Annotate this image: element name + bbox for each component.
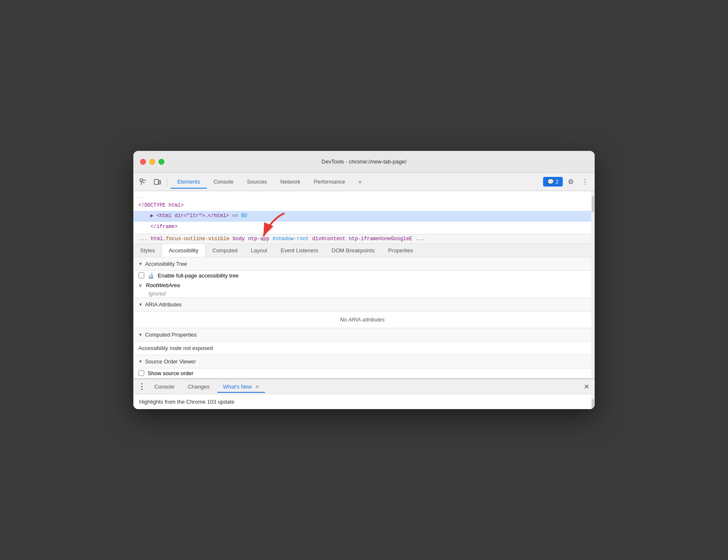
html-tag: ▶ <html dir="ltr">…</html> xyxy=(151,213,229,219)
drawer-tab-changes[interactable]: Changes xyxy=(182,381,216,392)
settings-icon: ⚙ xyxy=(568,178,574,186)
breadcrumb-item-ntp-app[interactable]: ntp-app xyxy=(248,236,269,242)
whats-new-label: What's New xyxy=(223,384,252,390)
feedback-button[interactable]: 💬 2 xyxy=(543,177,563,187)
toolbar-tabs: Elements Console Sources Network Perform… xyxy=(171,175,541,188)
computed-properties-content: Accessibility node not exposed xyxy=(133,342,591,355)
dom-dots: ... xyxy=(133,193,591,200)
window-title: DevTools - chrome://new-tab-page/ xyxy=(322,158,406,165)
drawer-content: Highlights from the Chrome 103 update xyxy=(133,394,591,409)
enable-full-page-checkbox[interactable] xyxy=(138,272,144,278)
breadcrumb-more[interactable]: ... xyxy=(416,236,425,242)
main-scrollbar[interactable] xyxy=(591,191,595,379)
enable-full-page-checkbox-row: 🔬 Enable full-page accessibility tree xyxy=(133,271,591,280)
svg-rect-5 xyxy=(159,181,161,184)
settings-button[interactable]: ⚙ xyxy=(564,176,577,188)
whats-new-content: Highlights from the Chrome 103 update xyxy=(139,399,234,405)
drawer-close-icon: ✕ xyxy=(584,383,589,391)
show-source-order-row: Show source order xyxy=(133,368,591,378)
minimize-button[interactable] xyxy=(149,159,155,165)
sub-tab-event-listeners[interactable]: Event Listeners xyxy=(274,244,325,257)
sub-tab-dom-breakpoints[interactable]: DOM Breakpoints xyxy=(325,244,382,257)
dom-area: ... <!DOCTYPE html> ▶ <html dir="ltr">…<… xyxy=(133,191,591,234)
drawer-menu-button[interactable]: ⋮ xyxy=(137,381,147,391)
dom-inspector-area: ... <!DOCTYPE html> ▶ <html dir="ltr">…<… xyxy=(133,191,595,379)
tab-elements[interactable]: Elements xyxy=(171,175,207,188)
toolbar-divider xyxy=(167,177,167,187)
breadcrumb-item-body[interactable]: body xyxy=(233,236,245,242)
maximize-button[interactable] xyxy=(159,159,164,165)
close-button[interactable] xyxy=(140,159,146,165)
tab-performance[interactable]: Performance xyxy=(307,175,351,188)
sub-tab-accessibility[interactable]: Accessibility xyxy=(161,244,205,257)
tab-network[interactable]: Network xyxy=(274,175,307,188)
source-order-label: Source Order Viewer xyxy=(145,358,196,365)
tab-sources[interactable]: Sources xyxy=(240,175,274,188)
breadcrumb-bar: ... html.focus-outline-visible body ntp-… xyxy=(133,234,591,244)
feedback-count: 2 xyxy=(556,179,559,185)
drawer-close-button[interactable]: ✕ xyxy=(581,381,591,391)
aria-attributes-label: ARIA Attributes xyxy=(145,301,182,308)
drawer-scrollbar-thumb[interactable] xyxy=(592,399,594,409)
root-web-area-label: RootWebArea xyxy=(146,282,180,288)
aria-attributes-section: ▼ ARIA Attributes No ARIA attributes xyxy=(133,298,591,328)
aria-expand-icon: ▼ xyxy=(138,302,143,307)
show-source-order-checkbox[interactable] xyxy=(138,370,144,376)
whats-new-close-icon[interactable]: ✕ xyxy=(255,384,259,390)
breadcrumb-section: ... html.focus-outline-visible body ntp-… xyxy=(133,234,591,244)
drawer-tab-whats-new[interactable]: What's New ✕ xyxy=(217,381,265,392)
tree-expand-icon: ▼ xyxy=(138,262,143,266)
enable-full-page-label: Enable full-page accessibility tree xyxy=(158,272,239,279)
show-source-order-label: Show source order xyxy=(148,370,193,376)
root-expand-arrow: ∨ xyxy=(138,282,143,288)
accessibility-tree-label: Accessibility Tree xyxy=(145,261,187,267)
ignored-label: Ignored xyxy=(133,290,591,298)
sub-tab-styles[interactable]: Styles xyxy=(133,244,161,257)
sub-tabs-bar: Styles Accessibility Computed Layout Eve… xyxy=(133,244,591,257)
more-options-button[interactable]: ⋮ xyxy=(579,176,591,188)
dom-line-html[interactable]: ▶ <html dir="ltr">…</html> == $0 xyxy=(133,211,591,221)
enable-full-page-checkbox-icon: 🔬 xyxy=(148,272,154,279)
device-toggle-button[interactable] xyxy=(151,176,164,188)
more-options-icon: ⋮ xyxy=(582,178,588,186)
computed-properties-section: ▼ Computed Properties Accessibility node… xyxy=(133,328,591,355)
breadcrumb-dots[interactable]: ... xyxy=(138,236,148,242)
svg-rect-0 xyxy=(140,179,143,181)
drawer-content-area: Highlights from the Chrome 103 update xyxy=(133,394,595,409)
svg-rect-4 xyxy=(154,179,159,184)
accessibility-tree-section: ▼ Accessibility Tree 🔬 Enable full-page … xyxy=(133,257,591,298)
doctype-text: <!DOCTYPE html> xyxy=(138,202,184,208)
bottom-drawer: ⋮ Console Changes What's New ✕ ✕ Highlig… xyxy=(133,379,595,409)
breadcrumb-item-ntp-iframe[interactable]: ntp-iframe#oneGoogleE xyxy=(349,236,412,242)
dom-line-iframe: </iframe> xyxy=(133,222,591,232)
root-web-area-item[interactable]: ∨ RootWebArea xyxy=(133,280,591,290)
breadcrumb-item-shadow-root[interactable]: #shadow-root xyxy=(273,236,309,242)
dom-content-main: ... <!DOCTYPE html> ▶ <html dir="ltr">…<… xyxy=(133,191,591,379)
source-order-section: ▼ Source Order Viewer Show source order xyxy=(133,355,591,379)
more-tabs-button[interactable]: » xyxy=(352,175,368,188)
traffic-lights xyxy=(140,159,164,165)
aria-attributes-header[interactable]: ▼ ARIA Attributes xyxy=(133,298,591,311)
inspect-element-button[interactable] xyxy=(137,176,149,188)
sub-tab-layout[interactable]: Layout xyxy=(244,244,274,257)
drawer-tab-console[interactable]: Console xyxy=(148,381,180,392)
sub-tab-properties[interactable]: Properties xyxy=(381,244,419,257)
dom-special-zero: $0 xyxy=(241,213,247,219)
drawer-scrollbar[interactable] xyxy=(591,394,595,409)
tab-console[interactable]: Console xyxy=(207,175,240,188)
source-order-expand-icon: ▼ xyxy=(138,359,143,364)
toolbar-right: 💬 2 ⚙ ⋮ xyxy=(543,176,591,188)
devtools-toolbar: Elements Console Sources Network Perform… xyxy=(133,173,595,191)
source-order-header[interactable]: ▼ Source Order Viewer xyxy=(133,355,591,368)
computed-properties-label: Computed Properties xyxy=(145,332,197,338)
iframe-close-tag: </iframe> xyxy=(151,224,178,230)
feedback-icon: 💬 xyxy=(547,179,554,185)
titlebar: DevTools - chrome://new-tab-page/ xyxy=(133,151,595,173)
computed-properties-header[interactable]: ▼ Computed Properties xyxy=(133,328,591,342)
sub-tab-computed[interactable]: Computed xyxy=(205,244,244,257)
breadcrumb-item-div-content[interactable]: div#content xyxy=(312,236,346,242)
breadcrumb-item-html[interactable]: html.focus-outline-visible xyxy=(151,236,229,242)
equals-sign: == xyxy=(232,213,241,219)
main-scrollbar-thumb[interactable] xyxy=(592,196,594,213)
accessibility-tree-header[interactable]: ▼ Accessibility Tree xyxy=(133,257,591,271)
